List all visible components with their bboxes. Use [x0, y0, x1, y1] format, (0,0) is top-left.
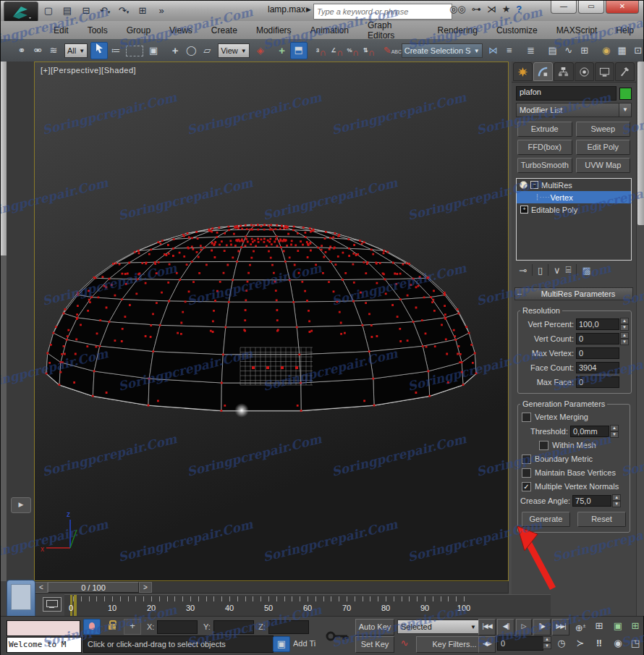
current-frame-field[interactable]: 0 [497, 636, 543, 651]
make-unique-icon[interactable]: ∨ [554, 265, 561, 276]
redo-icon[interactable]: ↷▾ [116, 4, 131, 18]
layer-manager-icon[interactable]: ≣ [523, 43, 539, 59]
reference-coordinate-system-dropdown[interactable]: View▼ [218, 43, 250, 58]
bind-to-space-warp-icon[interactable]: ≋ [46, 43, 62, 59]
tab-display[interactable] [595, 62, 614, 81]
crease-angle-field[interactable]: 75,0 [572, 495, 611, 507]
panel-scrollbar-thumb[interactable] [637, 62, 644, 225]
tab-utilities[interactable] [615, 62, 635, 81]
zoom-extents-button[interactable]: ▣ [610, 619, 626, 633]
crease-angle-spinner[interactable]: ▲▼ [612, 494, 621, 507]
viewport-layout-thumbnail[interactable] [7, 580, 35, 619]
uvw-map-button[interactable]: UVW Map [576, 158, 631, 173]
curve-editor-icon[interactable]: ∿ [561, 43, 577, 59]
left-scrollbar[interactable] [1, 62, 7, 581]
chevron-down-icon[interactable]: ▼ [619, 103, 631, 117]
menu-create[interactable]: Create [202, 25, 247, 35]
time-configuration-button[interactable]: ◷ [554, 636, 569, 651]
tab-create[interactable] [513, 62, 533, 81]
minimize-button[interactable]: — [551, 1, 577, 14]
z-coordinate-field[interactable] [268, 620, 309, 634]
new-scene-icon[interactable]: ▢ [41, 4, 56, 18]
reset-button[interactable]: Reset [577, 512, 626, 527]
isolate-selection-toggle[interactable]: ▣ [273, 636, 290, 652]
go-to-end-button[interactable]: ▶▶| [552, 619, 569, 635]
previous-frame-nub[interactable]: < [35, 582, 48, 593]
maximize-viewport-toggle[interactable]: ◳ [627, 636, 643, 651]
boundary-metric-checkbox[interactable] [522, 455, 531, 464]
named-selection-set-dropdown[interactable]: Create Selection Se▼ [402, 43, 483, 58]
selection-filter-dropdown[interactable]: All▼ [64, 43, 88, 58]
panel-scrollbar[interactable] [636, 62, 644, 616]
snaps-toggle-3d-icon[interactable]: 3∩ [313, 43, 329, 59]
toolbar-overflow-icon[interactable]: » [154, 4, 169, 18]
menu-views[interactable]: Views [160, 25, 202, 35]
select-by-name-icon[interactable]: ≔ [108, 43, 124, 59]
spinner-snap-toggle-icon[interactable]: ⇅∩ [361, 43, 377, 59]
tab-modify[interactable] [533, 62, 553, 81]
vert-percent-field[interactable]: 100,0 [576, 318, 619, 330]
subscription-key-icon[interactable]: ⊶ [472, 4, 481, 14]
remove-modifier-icon[interactable]: ⌸ [566, 264, 572, 276]
angle-snap-toggle-icon[interactable]: ∠∩ [329, 43, 345, 59]
stack-row-vertex[interactable]: ┊···· Vertex [517, 191, 631, 203]
field-of-view-button[interactable]: ≻ [572, 636, 588, 651]
time-slider-thumb[interactable]: 0 / 100 [48, 582, 139, 593]
mirror-icon[interactable]: ⋈ [486, 43, 501, 59]
window-crossing-toggle-icon[interactable]: ▣ [145, 43, 161, 59]
zoom-button[interactable]: ⊕± [572, 619, 588, 633]
set-key-mode-button[interactable] [323, 620, 352, 652]
close-button[interactable]: ✕ [606, 1, 639, 14]
modifier-list-dropdown[interactable]: Modifier List ▼ [516, 103, 632, 117]
communication-center-icon[interactable]: ⋊ [487, 4, 496, 14]
track-bar[interactable]: 0102030405060708090100 [64, 594, 551, 618]
rectangular-selection-region-icon[interactable] [126, 46, 143, 56]
vert-percent-spinner[interactable]: ▲▼ [620, 318, 629, 330]
render-frame-window-icon[interactable]: ⊡ [630, 43, 644, 59]
next-frame-button[interactable]: ||▶ [533, 619, 551, 635]
multiple-vertex-normals-checkbox[interactable]: ✓ [522, 482, 531, 491]
maxscript-mini-listener-pink[interactable] [7, 620, 80, 636]
app-menu-button[interactable] [4, 1, 38, 22]
selection-lock-toggle[interactable] [83, 619, 101, 635]
multires-parameters-rollout-header[interactable]: − MultiRes Parameters [514, 287, 633, 300]
select-and-rotate-icon[interactable]: ◯ [183, 43, 199, 59]
threshold-field[interactable]: 0,0mm [570, 426, 609, 437]
menu-graph-editors[interactable]: Graph Editors [358, 20, 428, 41]
threshold-spinner[interactable]: ▲▼ [610, 425, 619, 437]
percent-snap-toggle-icon[interactable]: %∩ [345, 43, 361, 59]
search-input[interactable] [313, 4, 452, 20]
select-and-link-icon[interactable]: ⚭ [14, 43, 30, 59]
object-name-field[interactable]: plafon [516, 86, 617, 101]
unlink-selection-icon[interactable]: ⚮ [30, 43, 46, 59]
pin-stack-icon[interactable]: ⊸ [519, 265, 527, 276]
selection-set-key-dropdown[interactable]: Selected ▼ [397, 620, 480, 634]
modifier-stack[interactable]: − MultiRes ┊···· Vertex + Editable Poly [516, 178, 632, 261]
absolute-offset-mode-toggle[interactable]: + [124, 619, 141, 635]
auto-key-button[interactable]: Auto Key [355, 619, 394, 635]
menu-help[interactable]: Help [606, 25, 643, 35]
tab-hierarchy[interactable] [554, 62, 573, 81]
search-icon[interactable]: ◎◎ [449, 4, 466, 14]
x-coordinate-field[interactable] [157, 620, 198, 634]
y-coordinate-field[interactable] [213, 620, 254, 634]
align-icon[interactable]: ≡ [501, 43, 517, 59]
menu-rendering[interactable]: Rendering [428, 25, 487, 35]
viewport-label[interactable]: [+][Perspective][Shaded] [41, 66, 136, 75]
select-and-move-icon[interactable]: + [167, 43, 183, 59]
select-object-icon[interactable] [90, 42, 108, 59]
expand-icon[interactable]: + [520, 206, 528, 214]
menu-tools[interactable]: Tools [78, 25, 117, 35]
menu-group[interactable]: Group [117, 25, 160, 35]
modifier-on-bulb-icon[interactable] [520, 181, 528, 189]
use-pivot-point-center-icon[interactable]: ◈ [253, 43, 268, 59]
menu-edit[interactable]: Edit [44, 25, 78, 35]
menu-maxscript[interactable]: MAXScript [547, 25, 607, 35]
stack-row-multires[interactable]: − MultiRes [517, 179, 631, 191]
menu-animation[interactable]: Animation [301, 25, 358, 35]
rollout-collapse-icon[interactable]: − [515, 290, 524, 298]
keyboard-shortcut-override-icon[interactable]: ⬒ [290, 42, 308, 59]
play-button[interactable]: ▷ [516, 619, 532, 635]
material-editor-icon[interactable]: ◉ [598, 43, 614, 59]
sweep-button[interactable]: Sweep [576, 122, 631, 137]
